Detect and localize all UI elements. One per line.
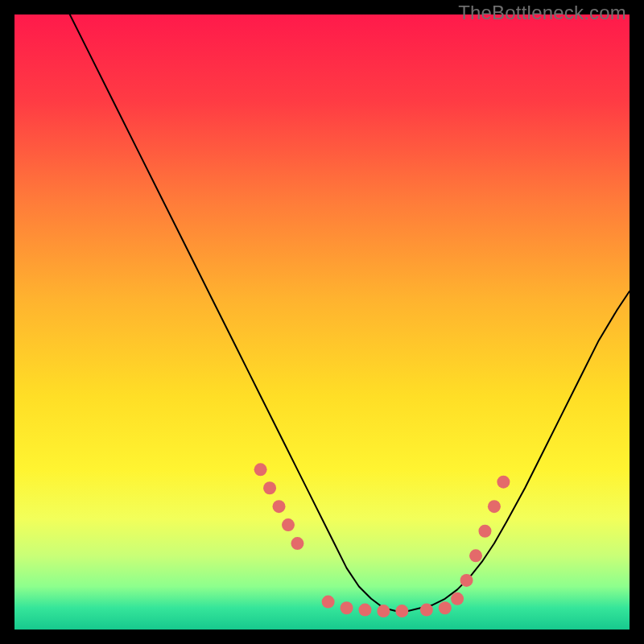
curve-marker [254, 463, 267, 476]
gradient-background [14, 14, 630, 630]
curve-marker [358, 604, 371, 617]
curve-marker [488, 500, 501, 513]
chart-plot [14, 14, 630, 630]
curve-marker [263, 481, 276, 494]
curve-marker [273, 500, 286, 513]
curve-marker [478, 525, 491, 538]
curve-marker [469, 549, 482, 562]
chart-frame [14, 14, 630, 630]
watermark-text: TheBottleneck.com [458, 2, 626, 24]
curve-marker [291, 537, 303, 550]
curve-marker [395, 605, 408, 617]
curve-marker [341, 601, 353, 614]
curve-marker [322, 596, 335, 609]
curve-marker [439, 601, 452, 614]
curve-marker [282, 518, 295, 531]
curve-marker [497, 476, 510, 489]
curve-marker [451, 592, 464, 605]
curve-marker [460, 574, 473, 587]
curve-marker [377, 605, 390, 617]
curve-marker [420, 604, 433, 617]
